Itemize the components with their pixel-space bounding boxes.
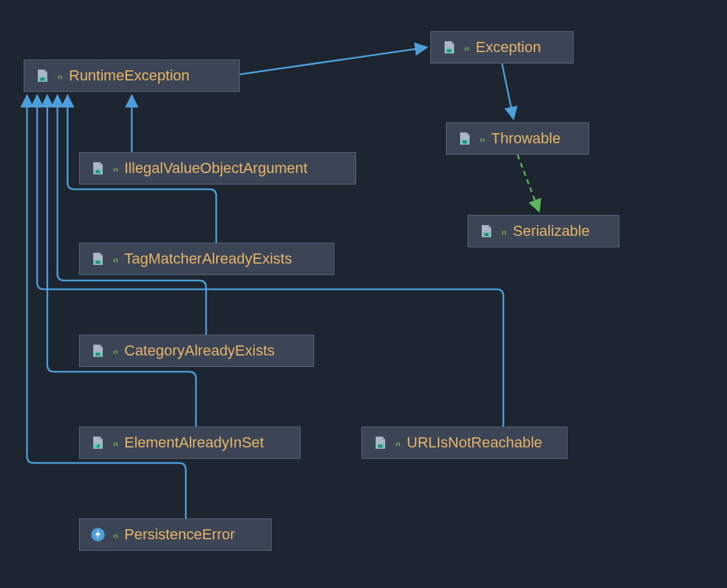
node-serializable[interactable]: 01 Serializable xyxy=(468,215,620,247)
class-file-icon: 01 xyxy=(91,161,105,176)
node-label: Exception xyxy=(476,39,541,56)
public-visibility-icon xyxy=(111,439,119,447)
svg-text:01: 01 xyxy=(378,444,382,448)
svg-text:01: 01 xyxy=(463,140,467,144)
node-label: ElementAlreadyInSet xyxy=(124,434,264,451)
svg-text:01: 01 xyxy=(41,77,45,81)
edge-categoryalreadyexists-runtimeexception xyxy=(57,95,206,335)
public-visibility-icon xyxy=(111,531,119,539)
public-visibility-icon xyxy=(499,227,507,235)
svg-text:01: 01 xyxy=(96,170,100,174)
node-label: URLIsNotReachable xyxy=(407,434,543,451)
class-file-icon: 01 xyxy=(479,224,494,239)
class-file-icon: 01 xyxy=(373,435,388,450)
public-visibility-icon xyxy=(55,72,64,80)
class-file-icon: 01 xyxy=(457,131,472,146)
node-label: Serializable xyxy=(513,222,590,240)
class-file-icon: 01 xyxy=(91,343,105,358)
svg-text:01: 01 xyxy=(447,49,451,53)
node-label: RuntimeException xyxy=(69,67,190,84)
node-throwable[interactable]: 01 Throwable xyxy=(446,122,589,155)
edge-throwable-serializable xyxy=(518,155,539,212)
class-file-icon: 01 xyxy=(442,40,457,55)
node-label: TagMatcherAlreadyExists xyxy=(124,250,292,268)
public-visibility-icon xyxy=(111,347,119,355)
node-runtimeexception[interactable]: 01 RuntimeException xyxy=(24,59,240,92)
svg-text:01: 01 xyxy=(484,232,488,237)
edge-runtimeexception-exception xyxy=(240,47,427,74)
svg-text:01: 01 xyxy=(96,260,100,264)
public-visibility-icon xyxy=(462,43,470,51)
node-illegalvalueobjectargument[interactable]: 01 IllegalValueObjectArgument xyxy=(79,152,356,185)
public-visibility-icon xyxy=(111,164,119,172)
class-file-icon: 01 xyxy=(91,251,105,266)
node-exception[interactable]: 01 Exception xyxy=(430,31,574,64)
node-elementalreadyinset[interactable]: J ElementAlreadyInSet xyxy=(79,426,301,459)
bolt-icon xyxy=(91,527,105,542)
node-label: IllegalValueObjectArgument xyxy=(124,160,307,177)
java-file-icon: J xyxy=(91,435,105,450)
svg-text:01: 01 xyxy=(96,352,100,356)
node-categoryalreadyexists[interactable]: 01 CategoryAlreadyExists xyxy=(79,335,314,367)
node-label: PersistenceError xyxy=(124,526,235,543)
node-label: CategoryAlreadyExists xyxy=(124,342,275,360)
node-persistenceerror[interactable]: PersistenceError xyxy=(79,518,272,551)
public-visibility-icon xyxy=(111,255,119,263)
public-visibility-icon xyxy=(478,134,486,143)
edge-exception-throwable xyxy=(502,64,513,119)
class-file-icon: 01 xyxy=(35,68,50,83)
node-tagmatcheralreadyexists[interactable]: 01 TagMatcherAlreadyExists xyxy=(79,243,334,275)
public-visibility-icon xyxy=(393,439,401,447)
node-label: Throwable xyxy=(491,130,561,147)
node-urlisnotreachable[interactable]: 01 URLIsNotReachable xyxy=(361,426,568,459)
svg-text:J: J xyxy=(97,444,99,448)
